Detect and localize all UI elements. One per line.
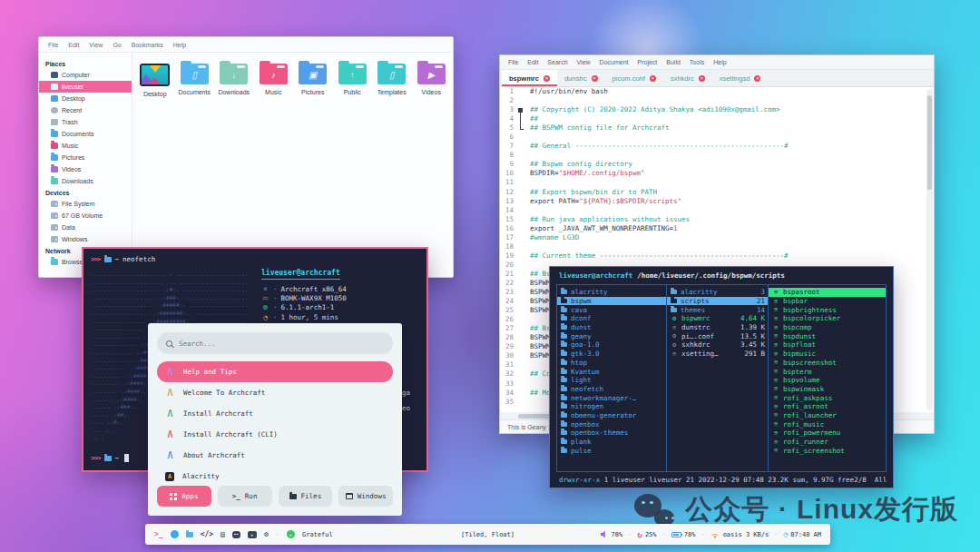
editor-menu-document[interactable]: Document xyxy=(600,59,629,65)
battery-status[interactable]: 78% xyxy=(671,531,696,538)
ranger-dir-goa-1-0[interactable]: goa-1.0 xyxy=(557,340,666,350)
editor-menu-tools[interactable]: Tools xyxy=(690,59,704,65)
tab-picom-conf[interactable]: picom.conf × xyxy=(605,70,663,86)
mode-button-apps[interactable]: Apps xyxy=(157,486,211,507)
close-icon[interactable]: × xyxy=(699,75,705,82)
ranger-dir-light[interactable]: light xyxy=(557,376,666,385)
editor-vertical-scrollbar[interactable] xyxy=(926,89,933,410)
ranger-script-bspcomp[interactable]: ≡ bspcomp xyxy=(769,323,886,332)
video-icon[interactable]: ▸ xyxy=(248,531,257,538)
settings-icon[interactable]: ⚙ xyxy=(264,530,269,538)
ranger-script-bspmusic[interactable]: ≡ bspmusic xyxy=(769,350,886,359)
launcher-item-welcome-to-archcraft[interactable]: Λ Welcome To Archcraft xyxy=(157,382,393,403)
folder-music[interactable]: ♪ Music xyxy=(254,64,294,95)
ranger-dir-htop[interactable]: htop xyxy=(557,359,666,368)
sidebar-item-file-system[interactable]: File System xyxy=(39,198,132,210)
launcher-search-bar[interactable] xyxy=(157,332,393,354)
chat-icon[interactable] xyxy=(232,531,240,538)
folder-videos[interactable]: ▶ Videos xyxy=(412,64,452,95)
sidebar-item-recent[interactable]: Recent xyxy=(39,104,132,116)
ranger-script-bspscreenshot[interactable]: ≡ bspscreenshot xyxy=(769,359,886,368)
sidebar-item-liveuser[interactable]: liveuser xyxy=(39,81,132,93)
ranger-dir-openbox[interactable]: openbox xyxy=(557,419,666,429)
ranger-dir-geany[interactable]: geany xyxy=(557,331,666,340)
editor-menu-help[interactable]: Help xyxy=(713,59,726,65)
editor-menu-view[interactable]: View xyxy=(577,59,591,65)
folder-documents[interactable]: ▯ Documents xyxy=(175,64,215,95)
search-input[interactable] xyxy=(179,340,384,348)
ranger-dir-pulse[interactable]: pulse xyxy=(557,446,666,455)
tab-dunstrc[interactable]: dunstrc × xyxy=(557,70,605,86)
mode-button-windows[interactable]: Windows xyxy=(338,486,393,507)
ranger-script-rofi-runner[interactable]: ≡ rofi_runner xyxy=(769,438,886,447)
ranger-script-bspdunst[interactable]: ≡ bspdunst xyxy=(769,331,886,340)
terminal-prompt[interactable]: >>> ~ xyxy=(91,454,129,462)
ranger-dir-bspwm[interactable]: bspwm xyxy=(557,297,666,306)
ranger-script-bspcolorpicker[interactable]: ≡ bspcolorpicker xyxy=(769,314,886,323)
fm-menu-bookmarks[interactable]: Bookmarks xyxy=(132,42,163,48)
ranger-dir-obmenu-generator[interactable]: obmenu-generator xyxy=(557,411,666,420)
ranger-script-bspbar[interactable]: ≡ bspbar xyxy=(769,297,886,306)
close-icon[interactable]: × xyxy=(592,75,598,82)
ranger-dir-plank[interactable]: plank xyxy=(557,438,666,447)
ranger-script-rofi-asroot[interactable]: ≡ rofi_asroot xyxy=(769,402,886,411)
ranger-dir-alacritty[interactable]: alacritty xyxy=(557,288,666,297)
mode-button-run[interactable]: >_Run xyxy=(218,486,272,507)
scrollbar-thumb[interactable] xyxy=(927,95,932,190)
folder-desktop[interactable]: Desktop xyxy=(135,64,175,97)
music-play-icon[interactable]: ▸ xyxy=(287,530,295,538)
ranger-dir-cava[interactable]: cava xyxy=(557,305,666,314)
sidebar-item-data[interactable]: Data xyxy=(39,222,132,233)
ranger-entry-themes[interactable]: themes 14 xyxy=(667,305,768,314)
fm-menu-go[interactable]: Go xyxy=(113,42,121,48)
ranger-entry-xsetting[interactable]: ≡xsetting… 291 B xyxy=(667,350,768,359)
ranger-entry-alacritty[interactable]: alacritty 3 xyxy=(667,288,768,297)
ranger-script-rofi-music[interactable]: ≡ rofi_music xyxy=(769,419,886,429)
ranger-dir-dconf[interactable]: dconf xyxy=(557,314,666,323)
tab-sxhkdrc[interactable]: sxhkdrc × xyxy=(663,70,712,86)
browser-icon[interactable] xyxy=(171,530,179,538)
volume-status[interactable]: 70% xyxy=(601,530,623,538)
launcher-item-alacritty[interactable]: A Alacritty xyxy=(157,466,393,487)
terminal-icon[interactable]: >_ xyxy=(154,530,163,538)
tab-bspwmrc[interactable]: bspwmrc × xyxy=(502,70,557,86)
ranger-script-bspasroot[interactable]: ≡ bspasroot xyxy=(769,288,886,297)
ranger-entry-pi-conf[interactable]: ⚙pi….conf 13.5 K xyxy=(667,331,768,340)
ranger-dir-openbox-themes[interactable]: openbox-themes xyxy=(557,429,666,438)
folder-downloads[interactable]: ↓ Downloads xyxy=(214,64,254,95)
ranger-dir-kvantum[interactable]: Kvantum xyxy=(557,367,666,376)
editor-menu-search[interactable]: Search xyxy=(547,59,567,65)
fm-menu-help[interactable]: Help xyxy=(173,42,186,48)
cpu-status[interactable]: ↻25% xyxy=(637,530,656,539)
ranger-script-rofi-launcher[interactable]: ≡ rofi_launcher xyxy=(769,411,886,420)
ranger-dir-dunst[interactable]: dunst xyxy=(557,323,666,332)
folder-public[interactable]: ↑ Public xyxy=(333,64,373,95)
folder-pictures[interactable]: ▣ Pictures xyxy=(293,64,333,95)
close-icon[interactable]: × xyxy=(754,75,760,82)
fm-menu-edit[interactable]: Edit xyxy=(68,42,79,48)
ranger-entry-sxhkdrc[interactable]: ⚙sxhkdrc 3.45 K xyxy=(667,340,768,350)
ranger-dir-networkmanager[interactable]: networkmanager-… xyxy=(557,393,666,402)
sidebar-item-documents[interactable]: Documents xyxy=(39,128,132,140)
editor-menu-edit[interactable]: Edit xyxy=(527,59,538,65)
ranger-script-rofi-powermenu[interactable]: ≡ rofi_powermenu xyxy=(769,429,886,438)
launcher-item-about-archcraft[interactable]: Λ About Archcraft xyxy=(157,445,393,466)
launcher-item-install-archcraft[interactable]: Λ Install Archcraft xyxy=(157,403,393,424)
sidebar-item-windows[interactable]: Windows xyxy=(39,233,132,245)
launcher-item-help-and-tips[interactable]: Λ Help and Tips xyxy=(157,361,393,382)
ranger-script-rofi-askpass[interactable]: ≡ rofi_askpass xyxy=(769,393,886,402)
ranger-script-bspfloat[interactable]: ≡ bspfloat xyxy=(769,340,886,350)
folder-templates[interactable]: ▯ Templates xyxy=(372,64,412,95)
file-manager-icon[interactable] xyxy=(186,532,193,537)
ranger-dir-gtk-3-0[interactable]: gtk-3.0 xyxy=(557,350,666,359)
close-icon[interactable]: × xyxy=(544,75,550,82)
sidebar-item-trash[interactable]: Trash xyxy=(39,116,132,128)
ranger-dir-nitrogen[interactable]: nitrogen xyxy=(557,402,666,411)
sidebar-item-67-gb-volume[interactable]: 67 GB Volume xyxy=(39,210,132,222)
fm-menu-file[interactable]: File xyxy=(48,42,58,48)
ranger-entry-dunstrc[interactable]: ≡dunstrc 1.39 K xyxy=(667,323,768,332)
tab-xsettingsd[interactable]: xsettingsd × xyxy=(712,70,769,86)
ranger-script-bspbrightness[interactable]: ≡ bspbrightness xyxy=(769,305,886,314)
sidebar-item-music[interactable]: Music xyxy=(39,140,132,152)
editor-menu-file[interactable]: File xyxy=(508,59,518,65)
